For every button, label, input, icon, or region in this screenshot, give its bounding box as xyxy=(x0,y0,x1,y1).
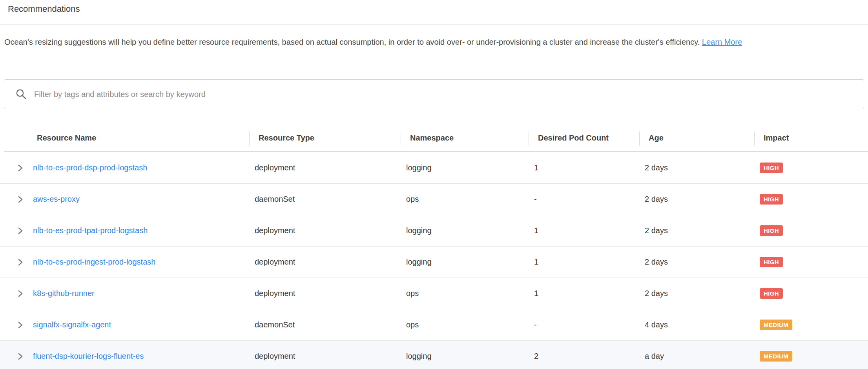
desired-pod-count-cell: 1 xyxy=(525,289,635,298)
expand-row-button[interactable] xyxy=(16,258,25,267)
expand-cell xyxy=(0,226,33,236)
resource-type-cell: deployment xyxy=(245,352,397,361)
chevron-right-icon xyxy=(16,195,24,203)
namespace-cell: logging xyxy=(397,258,525,267)
resource-name-link[interactable]: aws-es-proxy xyxy=(33,195,80,203)
recommendations-page: Recommendations Ocean's resizing suggest… xyxy=(0,0,868,369)
table-row: fluent-dsp-kourier-logs-fluent-es deploy… xyxy=(0,341,868,369)
chevron-right-icon xyxy=(16,321,24,329)
impact-badge: MEDIUM xyxy=(760,351,792,362)
column-header-desired-pod-count[interactable]: Desired Pod Count xyxy=(529,125,639,151)
resource-name-link[interactable]: k8s-github-runner xyxy=(33,289,95,298)
description-text: Ocean's resizing suggestions will help y… xyxy=(4,38,700,46)
impact-cell: HIGH xyxy=(750,257,868,267)
chevron-right-icon xyxy=(16,227,24,235)
impact-badge: HIGH xyxy=(760,225,783,236)
impact-badge: HIGH xyxy=(760,194,783,205)
chevron-right-icon xyxy=(16,258,24,266)
age-cell: 2 days xyxy=(635,258,750,267)
desired-pod-count-cell: 1 xyxy=(525,226,635,235)
age-cell: 2 days xyxy=(635,226,750,235)
column-header-namespace[interactable]: Namespace xyxy=(401,125,529,151)
chevron-right-icon xyxy=(16,164,24,172)
expand-row-button[interactable] xyxy=(16,352,25,361)
desired-pod-count-cell: 2 xyxy=(525,352,635,361)
expand-cell xyxy=(0,320,33,330)
age-cell: 2 days xyxy=(635,163,750,172)
age-cell: 2 days xyxy=(635,195,750,204)
namespace-cell: ops xyxy=(397,195,525,204)
namespace-cell: ops xyxy=(397,289,525,298)
resource-name-link[interactable]: nlb-to-es-prod-dsp-prod-logstash xyxy=(33,163,147,172)
expand-cell xyxy=(0,195,33,204)
expand-cell xyxy=(0,289,33,298)
expand-cell xyxy=(0,258,33,267)
resource-name-cell: k8s-github-runner xyxy=(33,289,245,298)
expand-row-button[interactable] xyxy=(16,320,25,330)
impact-badge: HIGH xyxy=(760,163,783,173)
chevron-right-icon xyxy=(16,290,24,298)
table-row: nlb-to-es-prod-tpat-prod-logstash deploy… xyxy=(0,215,868,247)
resource-type-cell: deployment xyxy=(245,258,397,267)
impact-badge: MEDIUM xyxy=(760,320,792,330)
expand-row-button[interactable] xyxy=(16,163,25,173)
age-cell: 2 days xyxy=(635,289,750,298)
table-row: signalfx-signalfx-agent daemonSet ops - … xyxy=(0,309,868,341)
expand-row-button[interactable] xyxy=(16,226,25,236)
impact-cell: HIGH xyxy=(750,163,868,173)
resource-name-cell: aws-es-proxy xyxy=(33,195,245,204)
namespace-cell: logging xyxy=(397,352,525,361)
resource-type-cell: deployment xyxy=(245,226,397,235)
impact-cell: MEDIUM xyxy=(750,320,868,330)
resource-name-link[interactable]: fluent-dsp-kourier-logs-fluent-es xyxy=(33,352,144,360)
page-title: Recommendations xyxy=(8,4,80,14)
desired-pod-count-cell: 1 xyxy=(525,258,635,267)
resource-name-link[interactable]: signalfx-signalfx-agent xyxy=(33,320,111,329)
expand-row-button[interactable] xyxy=(16,289,25,298)
desired-pod-count-cell: 1 xyxy=(525,163,635,172)
impact-badge: HIGH xyxy=(760,288,783,299)
resource-name-cell: nlb-to-es-prod-ingest-prod-logstash xyxy=(33,258,245,267)
expand-cell xyxy=(0,352,33,361)
resource-name-link[interactable]: nlb-to-es-prod-tpat-prod-logstash xyxy=(33,226,148,235)
namespace-cell: logging xyxy=(397,163,525,172)
impact-badge: HIGH xyxy=(760,257,783,267)
impact-cell: HIGH xyxy=(750,288,868,299)
namespace-cell: logging xyxy=(397,226,525,235)
page-description: Ocean's resizing suggestions will help y… xyxy=(4,36,846,48)
desired-pod-count-cell: - xyxy=(525,320,635,329)
chevron-right-icon xyxy=(16,353,24,360)
desired-pod-count-cell: - xyxy=(525,195,635,204)
resource-type-cell: deployment xyxy=(245,289,397,298)
column-header-resource-type[interactable]: Resource Type xyxy=(249,125,401,151)
resource-name-cell: nlb-to-es-prod-tpat-prod-logstash xyxy=(33,226,245,235)
column-header-resource-name[interactable]: Resource Name xyxy=(37,125,249,151)
column-header-impact[interactable]: Impact xyxy=(754,125,868,151)
expand-row-button[interactable] xyxy=(16,195,25,204)
search-icon xyxy=(15,88,27,100)
learn-more-link[interactable]: Learn More xyxy=(702,38,742,46)
resource-type-cell: deployment xyxy=(245,163,397,172)
table-body: nlb-to-es-prod-dsp-prod-logstash deploym… xyxy=(0,152,868,369)
filter-search-box[interactable] xyxy=(4,79,864,109)
table-row: aws-es-proxy daemonSet ops - 2 days HIGH xyxy=(0,184,868,215)
column-header-age[interactable]: Age xyxy=(639,125,754,151)
impact-cell: MEDIUM xyxy=(750,351,868,362)
namespace-cell: ops xyxy=(397,320,525,329)
table-row: k8s-github-runner deployment ops 1 2 day… xyxy=(0,278,868,309)
impact-cell: HIGH xyxy=(750,225,868,236)
search-input[interactable] xyxy=(34,80,864,109)
resource-type-cell: daemonSet xyxy=(245,195,397,204)
resource-name-cell: signalfx-signalfx-agent xyxy=(33,320,245,329)
age-cell: a day xyxy=(635,352,750,361)
recommendations-table: Resource Name Resource Type Namespace De… xyxy=(0,125,868,369)
resource-name-cell: nlb-to-es-prod-dsp-prod-logstash xyxy=(33,163,245,172)
resource-type-cell: daemonSet xyxy=(245,320,397,329)
expand-cell xyxy=(0,163,33,173)
table-row: nlb-to-es-prod-dsp-prod-logstash deploym… xyxy=(0,152,868,184)
table-row: nlb-to-es-prod-ingest-prod-logstash depl… xyxy=(0,247,868,278)
title-divider xyxy=(0,24,868,25)
resource-name-link[interactable]: nlb-to-es-prod-ingest-prod-logstash xyxy=(33,258,155,266)
impact-cell: HIGH xyxy=(750,194,868,205)
age-cell: 4 days xyxy=(635,320,750,329)
